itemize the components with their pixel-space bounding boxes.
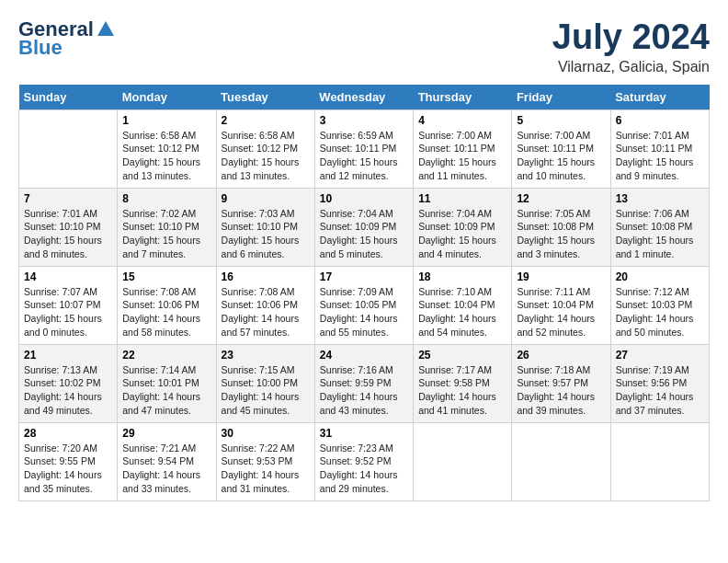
day-info: Sunrise: 7:01 AM Sunset: 10:11 PM Daylig… xyxy=(616,129,704,183)
day-number: 21 xyxy=(24,349,112,362)
day-info: Sunrise: 7:19 AM Sunset: 9:56 PM Dayligh… xyxy=(616,363,704,418)
table-row: 26Sunrise: 7:18 AM Sunset: 9:57 PM Dayli… xyxy=(512,344,610,422)
day-info: Sunrise: 7:11 AM Sunset: 10:04 PM Daylig… xyxy=(517,285,605,339)
calendar-week-3: 14Sunrise: 7:07 AM Sunset: 10:07 PM Dayl… xyxy=(19,266,710,344)
day-number: 7 xyxy=(24,192,112,205)
table-row: 27Sunrise: 7:19 AM Sunset: 9:56 PM Dayli… xyxy=(610,344,709,422)
day-info: Sunrise: 7:22 AM Sunset: 9:53 PM Dayligh… xyxy=(222,442,310,496)
day-info: Sunrise: 6:58 AM Sunset: 10:12 PM Daylig… xyxy=(122,129,210,183)
table-row: 3Sunrise: 6:59 AM Sunset: 10:11 PM Dayli… xyxy=(314,109,413,188)
day-number: 3 xyxy=(320,114,408,127)
day-number: 8 xyxy=(122,192,210,205)
day-info: Sunrise: 7:20 AM Sunset: 9:55 PM Dayligh… xyxy=(24,442,112,496)
table-row: 1Sunrise: 6:58 AM Sunset: 10:12 PM Dayli… xyxy=(118,109,216,188)
day-number: 6 xyxy=(616,114,704,127)
day-number: 25 xyxy=(418,349,506,362)
title-block: July 2024 Vilarnaz, Galicia, Spain xyxy=(552,18,710,75)
day-info: Sunrise: 7:17 AM Sunset: 9:58 PM Dayligh… xyxy=(418,363,506,418)
calendar-week-2: 7Sunrise: 7:01 AM Sunset: 10:10 PM Dayli… xyxy=(19,188,710,266)
calendar-table: Sunday Monday Tuesday Wednesday Thursday… xyxy=(18,85,710,501)
day-number: 1 xyxy=(122,114,210,127)
day-number: 15 xyxy=(122,270,210,283)
table-row: 2Sunrise: 6:58 AM Sunset: 10:12 PM Dayli… xyxy=(216,109,314,188)
col-thursday: Thursday xyxy=(414,85,512,110)
day-number: 20 xyxy=(616,270,704,283)
day-info: Sunrise: 7:09 AM Sunset: 10:05 PM Daylig… xyxy=(320,285,408,339)
page-header: General Blue July 2024 Vilarnaz, Galicia… xyxy=(18,18,710,75)
table-row: 5Sunrise: 7:00 AM Sunset: 10:11 PM Dayli… xyxy=(512,109,610,188)
day-number: 24 xyxy=(320,349,408,362)
location: Vilarnaz, Galicia, Spain xyxy=(552,59,710,75)
col-sunday: Sunday xyxy=(19,85,118,110)
day-info: Sunrise: 7:18 AM Sunset: 9:57 PM Dayligh… xyxy=(517,363,605,418)
day-number: 18 xyxy=(418,270,506,283)
day-info: Sunrise: 7:06 AM Sunset: 10:08 PM Daylig… xyxy=(616,207,704,261)
day-number: 29 xyxy=(122,427,210,440)
table-row: 16Sunrise: 7:08 AM Sunset: 10:06 PM Dayl… xyxy=(216,266,314,344)
table-row: 20Sunrise: 7:12 AM Sunset: 10:03 PM Dayl… xyxy=(610,266,709,344)
month-title: July 2024 xyxy=(552,18,710,57)
logo-blue: Blue xyxy=(18,37,116,59)
day-info: Sunrise: 7:03 AM Sunset: 10:10 PM Daylig… xyxy=(222,207,310,261)
day-info: Sunrise: 7:01 AM Sunset: 10:10 PM Daylig… xyxy=(24,207,112,261)
col-tuesday: Tuesday xyxy=(216,85,314,110)
table-row: 21Sunrise: 7:13 AM Sunset: 10:02 PM Dayl… xyxy=(19,344,118,422)
table-row xyxy=(512,422,610,500)
col-saturday: Saturday xyxy=(610,85,709,110)
svg-marker-0 xyxy=(97,21,114,36)
day-info: Sunrise: 7:21 AM Sunset: 9:54 PM Dayligh… xyxy=(122,442,210,496)
day-info: Sunrise: 7:04 AM Sunset: 10:09 PM Daylig… xyxy=(418,207,506,261)
calendar-week-1: 1Sunrise: 6:58 AM Sunset: 10:12 PM Dayli… xyxy=(19,109,710,188)
day-info: Sunrise: 7:13 AM Sunset: 10:02 PM Daylig… xyxy=(24,363,112,418)
table-row: 4Sunrise: 7:00 AM Sunset: 10:11 PM Dayli… xyxy=(414,109,512,188)
day-number: 19 xyxy=(517,270,605,283)
table-row: 19Sunrise: 7:11 AM Sunset: 10:04 PM Dayl… xyxy=(512,266,610,344)
day-info: Sunrise: 7:14 AM Sunset: 10:01 PM Daylig… xyxy=(122,363,210,418)
day-number: 22 xyxy=(122,349,210,362)
day-info: Sunrise: 7:12 AM Sunset: 10:03 PM Daylig… xyxy=(616,285,704,339)
table-row: 17Sunrise: 7:09 AM Sunset: 10:05 PM Dayl… xyxy=(314,266,413,344)
table-row: 11Sunrise: 7:04 AM Sunset: 10:09 PM Dayl… xyxy=(414,188,512,266)
table-row: 24Sunrise: 7:16 AM Sunset: 9:59 PM Dayli… xyxy=(314,344,413,422)
table-row: 10Sunrise: 7:04 AM Sunset: 10:09 PM Dayl… xyxy=(314,188,413,266)
day-number: 28 xyxy=(24,427,112,440)
col-monday: Monday xyxy=(118,85,216,110)
table-row: 9Sunrise: 7:03 AM Sunset: 10:10 PM Dayli… xyxy=(216,188,314,266)
logo: General Blue xyxy=(18,18,116,59)
day-info: Sunrise: 7:10 AM Sunset: 10:04 PM Daylig… xyxy=(418,285,506,339)
table-row: 23Sunrise: 7:15 AM Sunset: 10:00 PM Dayl… xyxy=(216,344,314,422)
table-row xyxy=(414,422,512,500)
day-number: 5 xyxy=(517,114,605,127)
day-info: Sunrise: 7:00 AM Sunset: 10:11 PM Daylig… xyxy=(418,129,506,183)
table-row: 7Sunrise: 7:01 AM Sunset: 10:10 PM Dayli… xyxy=(19,188,118,266)
header-row: Sunday Monday Tuesday Wednesday Thursday… xyxy=(19,85,710,110)
day-number: 14 xyxy=(24,270,112,283)
day-number: 17 xyxy=(320,270,408,283)
day-info: Sunrise: 7:02 AM Sunset: 10:10 PM Daylig… xyxy=(122,207,210,261)
table-row xyxy=(610,422,709,500)
table-row: 22Sunrise: 7:14 AM Sunset: 10:01 PM Dayl… xyxy=(118,344,216,422)
day-number: 31 xyxy=(320,427,408,440)
day-number: 9 xyxy=(222,192,310,205)
day-number: 23 xyxy=(222,349,310,362)
day-number: 16 xyxy=(222,270,310,283)
table-row: 18Sunrise: 7:10 AM Sunset: 10:04 PM Dayl… xyxy=(414,266,512,344)
day-info: Sunrise: 7:04 AM Sunset: 10:09 PM Daylig… xyxy=(320,207,408,261)
calendar-week-5: 28Sunrise: 7:20 AM Sunset: 9:55 PM Dayli… xyxy=(19,422,710,500)
col-wednesday: Wednesday xyxy=(314,85,413,110)
day-number: 30 xyxy=(222,427,310,440)
table-row: 13Sunrise: 7:06 AM Sunset: 10:08 PM Dayl… xyxy=(610,188,709,266)
table-row: 8Sunrise: 7:02 AM Sunset: 10:10 PM Dayli… xyxy=(118,188,216,266)
day-number: 13 xyxy=(616,192,704,205)
table-row: 25Sunrise: 7:17 AM Sunset: 9:58 PM Dayli… xyxy=(414,344,512,422)
day-info: Sunrise: 7:15 AM Sunset: 10:00 PM Daylig… xyxy=(222,363,310,418)
day-number: 26 xyxy=(517,349,605,362)
day-info: Sunrise: 7:07 AM Sunset: 10:07 PM Daylig… xyxy=(24,285,112,339)
day-info: Sunrise: 7:23 AM Sunset: 9:52 PM Dayligh… xyxy=(320,442,408,496)
table-row: 6Sunrise: 7:01 AM Sunset: 10:11 PM Dayli… xyxy=(610,109,709,188)
col-friday: Friday xyxy=(512,85,610,110)
day-info: Sunrise: 7:08 AM Sunset: 10:06 PM Daylig… xyxy=(222,285,310,339)
day-info: Sunrise: 6:59 AM Sunset: 10:11 PM Daylig… xyxy=(320,129,408,183)
table-row: 29Sunrise: 7:21 AM Sunset: 9:54 PM Dayli… xyxy=(118,422,216,500)
table-row: 30Sunrise: 7:22 AM Sunset: 9:53 PM Dayli… xyxy=(216,422,314,500)
